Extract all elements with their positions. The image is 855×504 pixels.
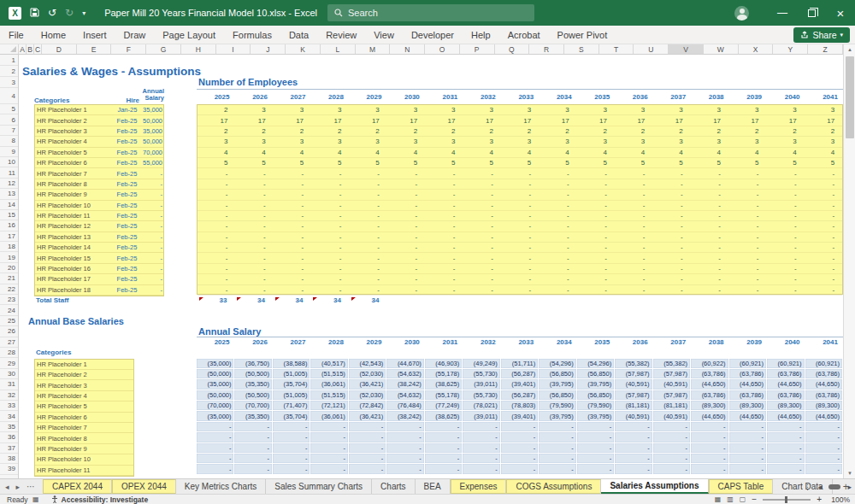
salary-cell[interactable]: (63,786) — [805, 390, 842, 400]
salary-cell[interactable]: - — [386, 454, 423, 463]
salary-cell[interactable]: - — [539, 432, 575, 442]
salary-cell[interactable]: (56,850) — [577, 369, 614, 378]
salary-cell[interactable]: - — [615, 432, 652, 442]
ribbon-tab-developer[interactable]: Developer — [403, 26, 463, 44]
row-header-28[interactable]: 28 — [0, 348, 18, 358]
employees-cell[interactable]: 2 — [766, 127, 804, 135]
salary-cell[interactable]: (44,650) — [767, 411, 804, 420]
employees-cell[interactable]: - — [463, 265, 501, 273]
employees-cell[interactable]: 3 — [728, 106, 766, 114]
employees-cell[interactable]: - — [349, 180, 386, 188]
salary-year-2028[interactable]: 2028 — [310, 338, 348, 346]
salary-cell[interactable]: (36,061) — [310, 379, 347, 389]
employees-cell[interactable]: - — [425, 190, 463, 198]
employees-cell[interactable]: - — [691, 212, 728, 220]
salary-cell[interactable]: (40,591) — [615, 411, 652, 420]
employees-cell[interactable]: - — [691, 170, 728, 178]
row-header-34[interactable]: 34 — [0, 411, 18, 421]
employees-total-cell[interactable] — [653, 296, 691, 304]
employees-cell[interactable]: - — [274, 180, 311, 188]
row-header-5[interactable]: 5 — [0, 104, 18, 114]
salary-cell[interactable]: - — [386, 443, 423, 453]
employees-cell[interactable]: - — [805, 233, 842, 241]
employees-total-cell[interactable] — [615, 296, 652, 304]
hire-cell-date[interactable]: Feb-25 — [111, 202, 139, 209]
salary-year-2033[interactable]: 2033 — [501, 338, 539, 346]
hire-cell-date[interactable]: Feb-25 — [111, 255, 139, 262]
employees-cell[interactable]: 4 — [235, 149, 273, 156]
salary-cell[interactable]: (72,842) — [349, 401, 386, 410]
employees-cell[interactable]: 4 — [652, 149, 690, 156]
column-header-M[interactable]: M — [356, 44, 391, 54]
hire-cell-category[interactable]: HR Placeholder 13 — [35, 233, 111, 241]
employees-cell[interactable]: - — [539, 202, 576, 209]
hire-cell-salary[interactable]: - — [139, 180, 163, 188]
hire-header-salary[interactable]: Annual Salary — [139, 88, 164, 104]
salary-cell[interactable]: (55,382) — [653, 359, 690, 368]
employees-cell[interactable]: 3 — [198, 138, 235, 145]
employees-cell[interactable]: - — [274, 233, 311, 241]
salary-cell[interactable]: - — [539, 454, 575, 463]
employees-total-cell[interactable] — [463, 296, 500, 304]
ribbon-tab-help[interactable]: Help — [463, 26, 499, 44]
base-salary-category-cell[interactable]: HR Placeholder 3 — [37, 382, 87, 390]
employees-cell[interactable]: 5 — [349, 159, 386, 167]
employees-cell[interactable]: - — [691, 265, 728, 273]
employees-cell[interactable]: - — [425, 255, 463, 262]
employees-cell[interactable]: - — [235, 243, 273, 251]
hire-cell-date[interactable]: Feb-25 — [111, 117, 139, 125]
employees-cell[interactable]: - — [425, 170, 463, 178]
salary-cell[interactable]: (40,591) — [615, 379, 652, 389]
employees-cell[interactable]: 17 — [311, 117, 349, 125]
salary-cell[interactable]: - — [463, 454, 499, 463]
employees-total-cell[interactable] — [577, 296, 615, 304]
salary-cell[interactable]: (35,000) — [197, 411, 233, 420]
employees-cell[interactable]: - — [766, 170, 804, 178]
total-staff-label[interactable]: Total Staff — [36, 296, 69, 304]
employees-cell[interactable]: - — [615, 275, 652, 283]
salary-cell[interactable]: - — [653, 454, 690, 463]
employees-cell[interactable]: 2 — [501, 127, 539, 135]
employees-cell[interactable]: 4 — [425, 149, 463, 156]
employees-cell[interactable]: - — [501, 286, 539, 294]
employees-cell[interactable]: - — [652, 265, 690, 273]
salary-cell[interactable]: - — [805, 422, 842, 431]
employees-cell[interactable]: - — [577, 222, 615, 230]
column-header-B[interactable]: B — [27, 44, 34, 54]
salary-cell[interactable]: - — [501, 464, 538, 473]
employees-cell[interactable]: - — [577, 265, 615, 273]
column-header-X[interactable]: X — [739, 44, 774, 54]
employees-cell[interactable]: 3 — [349, 106, 386, 114]
employees-cell[interactable]: - — [652, 275, 690, 283]
salary-cell[interactable]: - — [349, 464, 386, 473]
employees-cell[interactable]: - — [463, 233, 501, 241]
salary-cell[interactable]: - — [463, 464, 499, 473]
employees-cell[interactable]: - — [274, 202, 311, 209]
employees-cell[interactable]: - — [349, 202, 386, 209]
employees-cell[interactable]: 2 — [728, 127, 766, 135]
employees-cell[interactable]: 5 — [766, 159, 804, 167]
salary-cell[interactable]: (63,786) — [691, 369, 728, 378]
salary-cell[interactable]: - — [234, 443, 271, 453]
employees-cell[interactable]: - — [539, 170, 576, 178]
salary-year-2037[interactable]: 2037 — [653, 338, 691, 346]
excel-app-icon[interactable]: X — [9, 7, 21, 20]
employees-cell[interactable]: - — [425, 233, 463, 241]
hire-cell-category[interactable]: HR Placeholder 4 — [35, 138, 111, 145]
employees-cell[interactable]: - — [198, 170, 235, 178]
salary-cell[interactable]: - — [653, 432, 690, 442]
salary-cell[interactable]: - — [501, 443, 538, 453]
employees-total-cell[interactable] — [805, 296, 843, 304]
hire-cell-salary[interactable]: 50,000 — [139, 117, 163, 125]
salary-cell[interactable]: - — [577, 432, 614, 442]
salary-cell[interactable]: - — [805, 454, 842, 463]
employees-cell[interactable]: - — [577, 286, 615, 294]
employees-cell[interactable]: - — [766, 190, 804, 198]
employees-cell[interactable]: 3 — [728, 138, 766, 145]
vertical-scroll-thumb[interactable] — [846, 56, 854, 138]
ribbon-tab-view[interactable]: View — [365, 26, 403, 44]
employees-title[interactable]: Number of Employees — [198, 77, 298, 87]
base-salary-category-cell[interactable]: HR Placeholder 4 — [37, 392, 87, 400]
employees-cell[interactable]: 4 — [691, 149, 728, 156]
hire-cell-category[interactable]: HR Placeholder 12 — [35, 222, 111, 230]
